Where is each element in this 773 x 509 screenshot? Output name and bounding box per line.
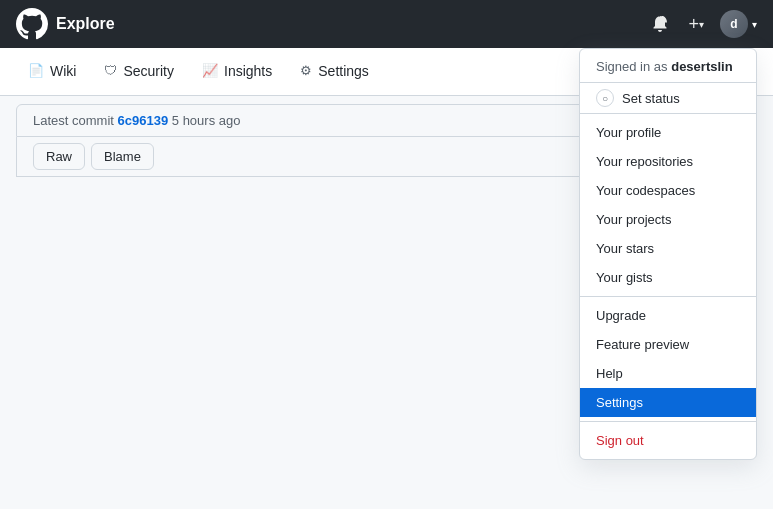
tab-wiki-label: Wiki bbox=[50, 63, 76, 79]
wiki-icon: 📄 bbox=[28, 63, 44, 78]
dropdown-section-1: Your profile Your repositories Your code… bbox=[580, 114, 756, 297]
dropdown-help[interactable]: Help bbox=[580, 359, 756, 388]
tab-insights[interactable]: 📈 Insights bbox=[190, 48, 284, 95]
signed-in-prefix: Signed in as bbox=[596, 59, 668, 74]
avatar: d bbox=[720, 10, 748, 38]
add-caret-icon: ▾ bbox=[699, 19, 704, 30]
dropdown-feature-preview[interactable]: Feature preview bbox=[580, 330, 756, 359]
status-icon: ○ bbox=[596, 89, 614, 107]
github-icon bbox=[16, 8, 48, 40]
raw-button[interactable]: Raw bbox=[33, 143, 85, 170]
graph-icon: 📈 bbox=[202, 63, 218, 78]
gear-icon: ⚙ bbox=[300, 63, 312, 78]
tab-settings[interactable]: ⚙ Settings bbox=[288, 48, 381, 95]
tab-security[interactable]: 🛡 Security bbox=[92, 48, 186, 95]
avatar-caret-icon: ▾ bbox=[752, 19, 757, 30]
set-status-item[interactable]: ○ Set status bbox=[580, 83, 756, 114]
user-dropdown: Signed in as desertslin ○ Set status You… bbox=[579, 48, 757, 460]
raw-label: Raw bbox=[46, 149, 72, 164]
tab-insights-label: Insights bbox=[224, 63, 272, 79]
latest-commit-prefix: Latest commit bbox=[33, 113, 114, 128]
shield-icon: 🛡 bbox=[104, 63, 117, 78]
blame-button[interactable]: Blame bbox=[91, 143, 154, 170]
dropdown-username: desertslin bbox=[671, 59, 732, 74]
dropdown-your-stars[interactable]: Your stars bbox=[580, 234, 756, 263]
plus-icon: + bbox=[688, 14, 699, 35]
navbar-brand-text: Explore bbox=[56, 15, 115, 33]
repo-tabs: 📄 Wiki 🛡 Security 📈 Insights ⚙ Settings bbox=[16, 48, 381, 95]
user-menu-button[interactable]: d ▾ bbox=[720, 10, 757, 38]
dropdown-bottom: Sign out bbox=[580, 422, 756, 459]
tab-wiki[interactable]: 📄 Wiki bbox=[16, 48, 88, 95]
dropdown-your-repositories[interactable]: Your repositories bbox=[580, 147, 756, 176]
navbar-brand: Explore bbox=[16, 8, 115, 40]
dropdown-your-projects[interactable]: Your projects bbox=[580, 205, 756, 234]
tab-settings-label: Settings bbox=[318, 63, 369, 79]
navbar: Explore + ▾ d ▾ bbox=[0, 0, 773, 48]
blame-label: Blame bbox=[104, 149, 141, 164]
latest-commit-text: Latest commit 6c96139 5 hours ago bbox=[33, 113, 240, 128]
navbar-actions: + ▾ d ▾ bbox=[648, 10, 757, 39]
dropdown-sign-out[interactable]: Sign out bbox=[580, 426, 756, 455]
dropdown-your-codespaces[interactable]: Your codespaces bbox=[580, 176, 756, 205]
dropdown-your-profile[interactable]: Your profile bbox=[580, 118, 756, 147]
add-button[interactable]: + ▾ bbox=[684, 10, 708, 39]
dropdown-your-gists[interactable]: Your gists bbox=[580, 263, 756, 292]
dropdown-upgrade[interactable]: Upgrade bbox=[580, 301, 756, 330]
commit-time: 5 hours ago bbox=[172, 113, 241, 128]
notifications-button[interactable] bbox=[648, 12, 672, 36]
dropdown-section-2: Upgrade Feature preview Help Settings bbox=[580, 297, 756, 422]
bell-icon bbox=[652, 16, 668, 32]
commit-hash-link[interactable]: 6c96139 bbox=[118, 113, 169, 128]
dropdown-settings[interactable]: Settings bbox=[580, 388, 756, 417]
dropdown-header: Signed in as desertslin bbox=[580, 49, 756, 83]
tab-security-label: Security bbox=[123, 63, 174, 79]
set-status-label: Set status bbox=[622, 91, 680, 106]
